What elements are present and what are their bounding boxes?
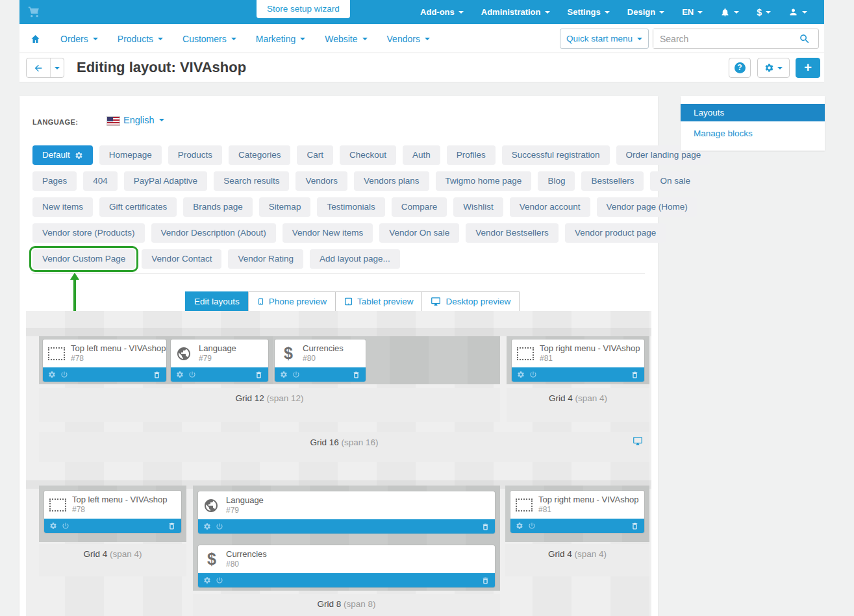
- layout-page-tab[interactable]: Successful registration: [502, 145, 610, 165]
- layout-page-tab[interactable]: Vendors: [295, 171, 347, 191]
- layout-page-tab[interactable]: Vendor account: [510, 197, 590, 217]
- layout-page-tab[interactable]: Twigmo home page: [436, 171, 532, 191]
- back-history-dropdown[interactable]: [51, 58, 64, 77]
- language-selector[interactable]: English: [123, 115, 164, 125]
- block-settings-gear-icon[interactable]: [517, 371, 525, 378]
- sidebar-item-manage-blocks[interactable]: Manage blocks: [681, 125, 825, 142]
- block-currencies[interactable]: $ Currencies #80: [198, 545, 495, 587]
- block-currencies[interactable]: $ Currencies #80: [275, 339, 366, 382]
- nav-customers[interactable]: Customers: [182, 34, 236, 44]
- layout-page-tab[interactable]: Vendor product page: [565, 223, 666, 243]
- back-button[interactable]: [27, 58, 51, 77]
- block-language[interactable]: Language #79: [198, 491, 495, 534]
- search-submit-button[interactable]: [799, 32, 814, 46]
- sidebar-item-layouts[interactable]: Layouts: [681, 104, 825, 121]
- nav-orders[interactable]: Orders: [60, 34, 98, 44]
- block-status-power-icon[interactable]: [216, 576, 223, 584]
- layout-page-tab[interactable]: Vendor Description (About): [151, 223, 276, 243]
- block-delete-trash-icon[interactable]: [153, 371, 161, 379]
- layout-page-tab[interactable]: Vendor Bestsellers: [466, 223, 559, 243]
- block-top-left-menu[interactable]: Top left menu - VIVAshop #78: [43, 339, 166, 382]
- currencies-menu[interactable]: $: [757, 7, 771, 18]
- layout-page-tab[interactable]: Products: [168, 145, 222, 165]
- layout-page-tab[interactable]: Checkout: [340, 145, 396, 165]
- layout-page-tab[interactable]: Vendors plans: [354, 171, 429, 191]
- block-settings-gear-icon[interactable]: [516, 522, 523, 530]
- layout-page-tab[interactable]: Profiles: [447, 145, 496, 165]
- block-settings-gear-icon[interactable]: [49, 522, 57, 530]
- layout-page-tab[interactable]: Testimonials: [317, 197, 384, 217]
- settings-gear-button[interactable]: [757, 58, 790, 78]
- block-delete-trash-icon[interactable]: [631, 522, 639, 530]
- block-delete-trash-icon[interactable]: [168, 522, 176, 530]
- block-delete-trash-icon[interactable]: [481, 523, 490, 531]
- block-settings-gear-icon[interactable]: [176, 371, 184, 378]
- layout-page-tab[interactable]: Search results: [214, 171, 289, 191]
- block-delete-trash-icon[interactable]: [255, 371, 263, 379]
- menu-design[interactable]: Design: [627, 7, 664, 17]
- layout-page-tab[interactable]: New items: [32, 197, 93, 217]
- nav-products[interactable]: Products: [118, 34, 163, 44]
- desktop-visibility-icon[interactable]: [633, 436, 643, 446]
- block-status-power-icon[interactable]: [529, 371, 537, 378]
- block-status-power-icon[interactable]: [292, 371, 300, 378]
- block-delete-trash-icon[interactable]: [352, 371, 360, 379]
- block-status-power-icon[interactable]: [62, 522, 69, 530]
- help-button[interactable]: ?: [729, 58, 751, 78]
- tab-tablet-preview[interactable]: Tablet preview: [335, 291, 422, 312]
- block-settings-gear-icon[interactable]: [48, 371, 56, 378]
- layout-page-tab[interactable]: Pages: [32, 171, 77, 191]
- layout-page-tab[interactable]: On sale: [650, 171, 700, 191]
- account-menu[interactable]: [788, 7, 807, 17]
- block-top-right-menu[interactable]: Top right menu - VIVAshop #81: [510, 491, 644, 533]
- menu-settings[interactable]: Settings: [568, 7, 610, 17]
- block-settings-gear-icon[interactable]: [203, 576, 211, 584]
- layout-page-tab[interactable]: Vendor store (Products): [32, 223, 145, 243]
- add-button[interactable]: +: [796, 58, 820, 78]
- add-layout-page-tab[interactable]: Add layout page...: [310, 249, 400, 269]
- layout-page-tab[interactable]: Compare: [392, 197, 447, 217]
- block-settings-gear-icon[interactable]: [280, 371, 288, 378]
- layout-page-tab[interactable]: Vendor page (Home): [597, 197, 697, 217]
- notifications-menu[interactable]: [720, 7, 739, 18]
- layout-page-tab[interactable]: Bestsellers: [581, 171, 644, 191]
- layout-page-tab[interactable]: Blog: [538, 171, 575, 191]
- nav-marketing[interactable]: Marketing: [256, 34, 305, 44]
- layout-page-tab[interactable]: Wishlist: [453, 197, 503, 217]
- block-language[interactable]: Language #79: [171, 339, 268, 382]
- layout-page-tab-vendor-custom-page[interactable]: Vendor Custom Page: [32, 249, 135, 269]
- layout-page-tab[interactable]: Categories: [229, 145, 290, 165]
- search-input[interactable]: [653, 29, 793, 48]
- nav-vendors[interactable]: Vendors: [387, 34, 430, 44]
- block-settings-gear-icon[interactable]: [203, 523, 211, 530]
- block-delete-trash-icon[interactable]: [481, 576, 490, 585]
- block-status-power-icon[interactable]: [528, 522, 536, 530]
- layout-page-tab[interactable]: Auth: [403, 145, 440, 165]
- menu-language-en[interactable]: EN: [682, 7, 703, 17]
- storefront-cart-icon[interactable]: [27, 5, 43, 19]
- block-status-power-icon[interactable]: [188, 371, 196, 378]
- home-icon[interactable]: [30, 34, 41, 44]
- layout-page-tab[interactable]: Vendor On sale: [379, 223, 459, 243]
- layout-page-tab[interactable]: PayPal Adaptive: [124, 171, 207, 191]
- tab-desktop-preview[interactable]: Desktop preview: [421, 291, 520, 312]
- block-status-power-icon[interactable]: [60, 371, 68, 378]
- menu-administration[interactable]: Administration: [481, 7, 550, 17]
- layout-page-tab[interactable]: Vendor Rating: [228, 249, 303, 269]
- layout-page-tab[interactable]: Vendor Contact: [142, 249, 221, 269]
- layout-page-tab[interactable]: 404: [83, 171, 118, 191]
- layout-page-tab[interactable]: Sitemap: [259, 197, 311, 217]
- layout-page-tab[interactable]: Homepage: [99, 145, 162, 165]
- block-status-power-icon[interactable]: [216, 523, 223, 530]
- menu-addons[interactable]: Add-ons: [420, 7, 464, 17]
- layout-page-tab[interactable]: Vendor New items: [283, 223, 373, 243]
- tab-edit-layouts[interactable]: Edit layouts: [185, 291, 249, 312]
- layout-page-tab[interactable]: Gift certificates: [99, 197, 177, 217]
- tab-phone-preview[interactable]: Phone preview: [248, 291, 336, 312]
- store-setup-wizard-button[interactable]: Store setup wizard: [257, 0, 350, 18]
- quick-start-menu-button[interactable]: Quick start menu: [560, 29, 649, 49]
- block-delete-trash-icon[interactable]: [631, 371, 639, 379]
- layout-page-tab[interactable]: Brands page: [183, 197, 253, 217]
- block-top-left-menu[interactable]: Top left menu - VIVAshop #78: [44, 491, 181, 533]
- layout-page-tab[interactable]: Cart: [297, 145, 333, 165]
